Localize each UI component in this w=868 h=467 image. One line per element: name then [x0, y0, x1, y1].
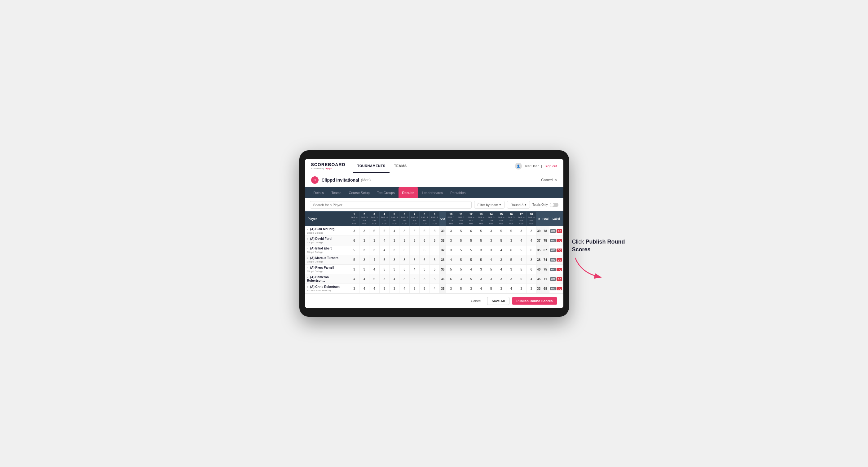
score-cell[interactable]: 3 [399, 245, 409, 255]
dq-badge[interactable]: DQ [557, 258, 562, 261]
score-cell[interactable]: 5 [466, 274, 476, 284]
score-cell[interactable]: 5 [516, 274, 526, 284]
dq-badge[interactable]: DQ [557, 239, 562, 242]
score-cell[interactable]: 6 [349, 236, 359, 245]
score-cell[interactable]: 4 [486, 255, 496, 264]
score-cell[interactable]: 5 [349, 255, 359, 264]
score-cell[interactable]: 3 [526, 226, 536, 236]
score-cell[interactable]: 3 [466, 284, 476, 293]
score-cell[interactable]: 3 [476, 264, 486, 274]
nav-tournaments[interactable]: TOURNAMENTS [353, 159, 390, 173]
score-cell[interactable]: 3 [486, 226, 496, 236]
score-cell[interactable]: 4 [430, 284, 439, 293]
score-cell[interactable]: 4 [409, 264, 419, 274]
score-cell[interactable]: 3 [399, 226, 409, 236]
score-cell[interactable]: 3 [359, 255, 369, 264]
score-cell[interactable]: 3 [349, 226, 359, 236]
tab-tee-groups[interactable]: Tee Groups [373, 187, 399, 198]
score-cell[interactable]: 5 [456, 284, 466, 293]
score-cell[interactable]: 5 [409, 255, 419, 264]
score-cell[interactable]: 5 [409, 226, 419, 236]
wd-badge[interactable]: WD [550, 258, 556, 261]
score-cell[interactable]: 5 [456, 255, 466, 264]
tab-printables[interactable]: Printables [446, 187, 469, 198]
score-cell[interactable]: 5 [466, 255, 476, 264]
score-cell[interactable]: 5 [379, 226, 389, 236]
tab-details[interactable]: Details [310, 187, 328, 198]
score-cell[interactable]: 3 [486, 236, 496, 245]
score-cell[interactable]: 5 [369, 226, 379, 236]
score-cell[interactable]: 4 [379, 236, 389, 245]
tab-course-setup[interactable]: Course Setup [345, 187, 373, 198]
score-cell[interactable]: 3 [359, 264, 369, 274]
score-cell[interactable]: 4 [359, 284, 369, 293]
save-all-button[interactable]: Save All [487, 297, 509, 305]
score-cell[interactable]: 3 [456, 274, 466, 284]
score-cell[interactable]: 4 [446, 255, 456, 264]
score-cell[interactable]: 4 [526, 236, 536, 245]
score-cell[interactable]: 4 [389, 226, 399, 236]
score-cell[interactable]: 5 [409, 236, 419, 245]
score-cell[interactable]: 5 [476, 226, 486, 236]
score-cell[interactable]: 5 [496, 226, 506, 236]
score-cell[interactable]: 6 [526, 264, 536, 274]
nav-teams[interactable]: TEAMS [390, 159, 411, 173]
score-cell[interactable]: 5 [379, 255, 389, 264]
score-cell[interactable]: 3 [430, 255, 439, 264]
round-select[interactable]: Round 3 ▾ [507, 201, 530, 209]
dq-badge[interactable]: DQ [557, 229, 562, 233]
score-cell[interactable]: 5 [369, 274, 379, 284]
wd-badge[interactable]: WD [550, 249, 556, 252]
score-cell[interactable]: 3 [526, 284, 536, 293]
score-cell[interactable]: 3 [420, 264, 430, 274]
dq-badge[interactable]: DQ [557, 249, 562, 252]
score-cell[interactable]: 3 [399, 255, 409, 264]
publish-round-scores-button[interactable]: Publish Round Scores [512, 297, 557, 305]
tab-teams[interactable]: Teams [328, 187, 345, 198]
score-cell[interactable]: 6 [466, 226, 476, 236]
score-cell[interactable]: 5 [476, 236, 486, 245]
score-cell[interactable]: 4 [379, 245, 389, 255]
score-cell[interactable]: 5 [506, 255, 516, 264]
score-cell[interactable]: 4 [399, 284, 409, 293]
score-cell[interactable]: 4 [359, 274, 369, 284]
dq-badge[interactable]: DQ [557, 287, 562, 290]
score-cell[interactable]: 3 [389, 236, 399, 245]
score-cell[interactable]: 4 [369, 284, 379, 293]
score-cell[interactable]: 4 [466, 264, 476, 274]
score-cell[interactable]: 6 [420, 226, 430, 236]
score-cell[interactable]: 3 [446, 284, 456, 293]
dq-badge[interactable]: DQ [557, 268, 562, 271]
score-cell[interactable]: 4 [516, 255, 526, 264]
wd-badge[interactable]: WD [550, 277, 556, 281]
score-cell[interactable]: 3 [446, 245, 456, 255]
tab-leaderboards[interactable]: Leaderboards [418, 187, 446, 198]
score-cell[interactable]: 3 [446, 236, 456, 245]
score-cell[interactable]: 3 [496, 284, 506, 293]
score-cell[interactable]: 5 [516, 245, 526, 255]
score-cell[interactable]: 5 [506, 226, 516, 236]
score-cell[interactable]: 3 [486, 274, 496, 284]
score-cell[interactable]: 3 [399, 274, 409, 284]
score-cell[interactable]: 4 [506, 284, 516, 293]
score-cell[interactable]: 5 [399, 264, 409, 274]
score-cell[interactable]: 5 [456, 226, 466, 236]
score-cell[interactable]: 5 [446, 264, 456, 274]
score-cell[interactable]: 4 [389, 274, 399, 284]
score-cell[interactable]: 4 [476, 284, 486, 293]
score-cell[interactable]: 5 [379, 264, 389, 274]
score-cell[interactable]: 3 [526, 255, 536, 264]
score-cell[interactable]: 3 [369, 236, 379, 245]
score-cell[interactable]: 3 [409, 284, 419, 293]
wd-badge[interactable]: WD [550, 287, 556, 290]
score-cell[interactable]: 4 [349, 274, 359, 284]
score-cell[interactable]: 3 [349, 284, 359, 293]
score-cell[interactable]: 5 [466, 236, 476, 245]
score-cell[interactable]: 6 [446, 274, 456, 284]
score-cell[interactable]: 5 [486, 284, 496, 293]
score-cell[interactable] [430, 245, 439, 255]
score-cell[interactable]: 6 [420, 245, 430, 255]
score-cell[interactable]: 3 [359, 236, 369, 245]
score-cell[interactable]: 3 [420, 274, 430, 284]
score-cell[interactable]: 3 [349, 264, 359, 274]
